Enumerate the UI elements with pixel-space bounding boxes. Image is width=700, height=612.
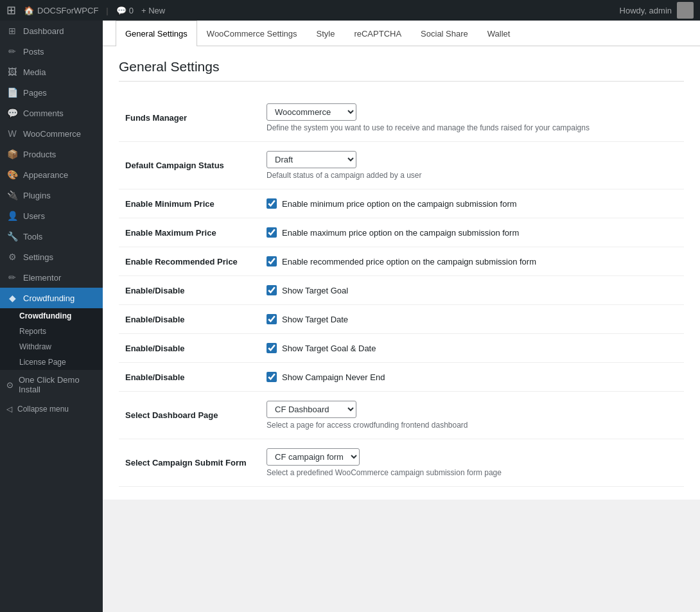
show-target-date-row-label: Enable/Disable (119, 305, 260, 334)
select-dashboard-page-description: Select a page for access crowdfunding fr… (267, 421, 678, 430)
admin-bar-right: Howdy, admin (620, 2, 694, 19)
tab-style[interactable]: Style (307, 21, 345, 46)
tab-social-share[interactable]: Social Share (411, 21, 478, 46)
select-dashboard-page-label: Select Dashboard Page (119, 392, 260, 439)
enable-recommended-price-checkbox[interactable] (267, 256, 277, 267)
sidebar-sub-item-license-page[interactable]: License Page (0, 354, 103, 370)
sidebar-item-appearance[interactable]: 🎨 Appearance (0, 164, 103, 185)
avatar (677, 2, 694, 19)
new-content-link[interactable]: + New (141, 6, 165, 15)
demo-icon: ⊙ (6, 380, 13, 390)
sidebar-item-crowdfunding[interactable]: ◆ Crowdfunding (0, 288, 103, 308)
show-target-date-row: Enable/Disable Show Target Date (119, 305, 684, 334)
sidebar-item-products[interactable]: 📦 Products (0, 144, 103, 164)
show-target-goal-date-checkbox[interactable] (267, 343, 277, 353)
enable-minimum-price-checkbox[interactable] (267, 198, 277, 209)
sidebar-item-posts[interactable]: ✏ Posts (0, 41, 103, 62)
site-name[interactable]: 🏠 DOCSForWPCF (24, 6, 98, 15)
show-target-goal-date-row-label: Enable/Disable (119, 334, 260, 363)
one-click-demo-install[interactable]: ⊙ One Click Demo Install (0, 370, 103, 399)
sidebar-item-comments[interactable]: 💬 Comments (0, 103, 103, 123)
enable-recommended-price-checkbox-label: Enable recommended price option on the c… (282, 257, 536, 267)
show-target-date-checkbox[interactable] (267, 314, 277, 324)
home-icon: 🏠 (24, 6, 34, 15)
settings-table: Funds Manager Woocommerce Define the sys… (119, 94, 684, 487)
sidebar-item-users[interactable]: 👤 Users (0, 205, 103, 226)
enable-maximum-price-checkbox[interactable] (267, 227, 277, 238)
sidebar-item-dashboard[interactable]: ⊞ Dashboard (0, 21, 103, 41)
sidebar-item-media[interactable]: 🖼 Media (0, 62, 103, 82)
show-target-goal-field: Show Target Goal (267, 285, 678, 295)
comments-nav-icon: 💬 (6, 108, 18, 118)
sidebar-item-woocommerce[interactable]: W WooCommerce (0, 123, 103, 144)
enable-maximum-price-label: Enable Maximum Price (119, 218, 260, 247)
enable-recommended-price-row: Enable Recommended Price Enable recommen… (119, 247, 684, 276)
dashboard-icon: ⊞ (6, 26, 18, 36)
admin-bar: ⊞ 🏠 DOCSForWPCF | 💬 0 + New Howdy, admin (0, 0, 700, 21)
sidebar-item-elementor[interactable]: ✏ Elementor (0, 267, 103, 288)
show-campaign-never-end-label: Enable/Disable (119, 363, 260, 392)
tab-wallet[interactable]: Wallet (478, 21, 520, 46)
elementor-icon: ✏ (6, 272, 18, 283)
woocommerce-icon: W (6, 128, 18, 139)
select-campaign-submit-form-label: Select Campaign Submit Form (119, 439, 260, 487)
show-campaign-never-end-checkbox[interactable] (267, 372, 277, 382)
show-target-goal-date-row: Enable/Disable Show Target Goal & Date (119, 334, 684, 363)
enable-recommended-price-label: Enable Recommended Price (119, 247, 260, 276)
comments-link[interactable]: 💬 0 (116, 6, 134, 15)
default-campaign-status-description: Default status of a campaign added by a … (267, 171, 678, 180)
funds-manager-label: Funds Manager (119, 94, 260, 142)
show-campaign-never-end-field: Show Campaign Never End (267, 372, 678, 382)
content-area: General Settings Funds Manager Woocommer… (103, 46, 700, 500)
enable-recommended-price-field: Enable recommended price option on the c… (267, 256, 678, 267)
funds-manager-select[interactable]: Woocommerce (267, 103, 356, 121)
select-campaign-submit-form-description: Select a predefined WooCommerce campaign… (267, 468, 678, 477)
sidebar-item-plugins[interactable]: 🔌 Plugins (0, 185, 103, 205)
sidebar-item-pages[interactable]: 📄 Pages (0, 82, 103, 103)
sidebar-sub-item-reports[interactable]: Reports (0, 324, 103, 339)
collapse-icon: ◁ (6, 405, 12, 414)
crowdfunding-icon: ◆ (6, 293, 18, 303)
show-target-goal-checkbox-label: Show Target Goal (282, 286, 348, 295)
select-dashboard-page-select[interactable]: CF Dashboard (267, 401, 356, 418)
media-icon: 🖼 (6, 67, 18, 77)
funds-manager-row: Funds Manager Woocommerce Define the sys… (119, 94, 684, 142)
collapse-menu-button[interactable]: ◁ Collapse menu (0, 399, 103, 419)
tab-woocommerce-settings[interactable]: WooCommerce Settings (197, 21, 307, 46)
select-campaign-submit-form-select[interactable]: CF campaign form (267, 448, 360, 466)
sidebar-sub-item-crowdfunding[interactable]: Crowdfunding (0, 308, 103, 324)
show-target-goal-checkbox[interactable] (267, 285, 277, 295)
default-campaign-status-row: Default Campaign Status Draft Default st… (119, 142, 684, 189)
default-campaign-status-select[interactable]: Draft (267, 151, 356, 168)
enable-maximum-price-field: Enable maximum price option on the campa… (267, 227, 678, 238)
show-target-goal-row-label: Enable/Disable (119, 276, 260, 305)
plugins-icon: 🔌 (6, 190, 18, 200)
show-target-goal-date-field: Show Target Goal & Date (267, 343, 678, 353)
tab-general-settings[interactable]: General Settings (116, 21, 197, 46)
sidebar-item-settings[interactable]: ⚙ Settings (0, 247, 103, 267)
sidebar-item-tools[interactable]: 🔧 Tools (0, 226, 103, 247)
main-content: General Settings WooCommerce Settings St… (103, 21, 700, 612)
show-campaign-never-end-checkbox-label: Show Campaign Never End (282, 372, 385, 382)
products-icon: 📦 (6, 149, 18, 159)
tabs-bar: General Settings WooCommerce Settings St… (103, 21, 700, 46)
select-campaign-submit-form-row: Select Campaign Submit Form CF campaign … (119, 439, 684, 487)
enable-maximum-price-checkbox-label: Enable maximum price option on the campa… (282, 228, 519, 238)
show-target-goal-row: Enable/Disable Show Target Goal (119, 276, 684, 305)
tab-recaptcha[interactable]: reCAPTCHA (344, 21, 411, 46)
enable-minimum-price-row: Enable Minimum Price Enable minimum pric… (119, 189, 684, 218)
sidebar: ⊞ Dashboard ✏ Posts 🖼 Media 📄 Pages 💬 Co… (0, 21, 103, 612)
tools-icon: 🔧 (6, 231, 18, 241)
wp-logo-icon: ⊞ (6, 3, 16, 17)
sidebar-sub-item-withdraw[interactable]: Withdraw (0, 339, 103, 354)
users-icon: 👤 (6, 211, 18, 221)
enable-minimum-price-checkbox-label: Enable minimum price option on the campa… (282, 199, 517, 209)
select-dashboard-page-row: Select Dashboard Page CF Dashboard Selec… (119, 392, 684, 439)
posts-icon: ✏ (6, 46, 18, 57)
pages-icon: 📄 (6, 87, 18, 98)
appearance-icon: 🎨 (6, 170, 18, 180)
show-campaign-never-end-row: Enable/Disable Show Campaign Never End (119, 363, 684, 392)
comments-icon: 💬 (116, 6, 127, 15)
enable-maximum-price-row: Enable Maximum Price Enable maximum pric… (119, 218, 684, 247)
enable-minimum-price-field: Enable minimum price option on the campa… (267, 198, 678, 209)
